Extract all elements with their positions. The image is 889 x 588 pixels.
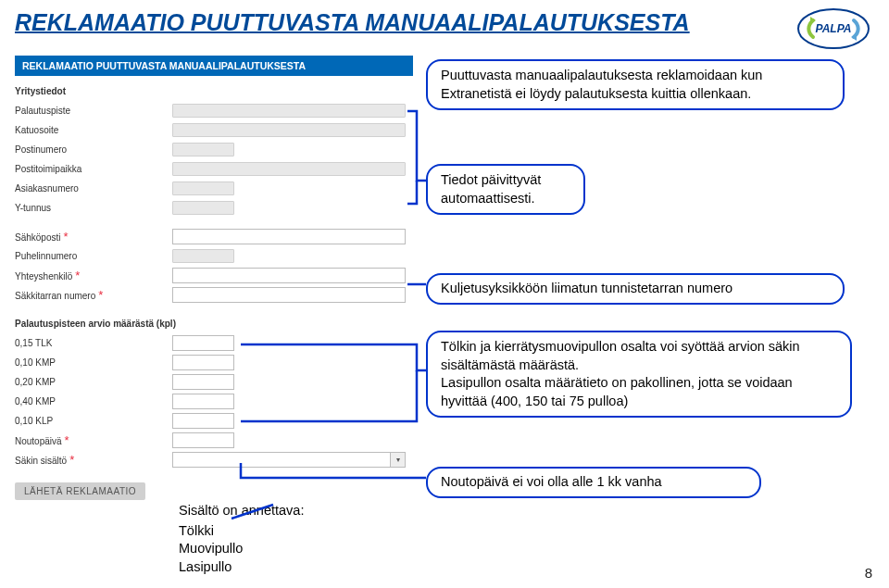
connectors [0,0,889,588]
page-number: 8 [865,565,872,581]
